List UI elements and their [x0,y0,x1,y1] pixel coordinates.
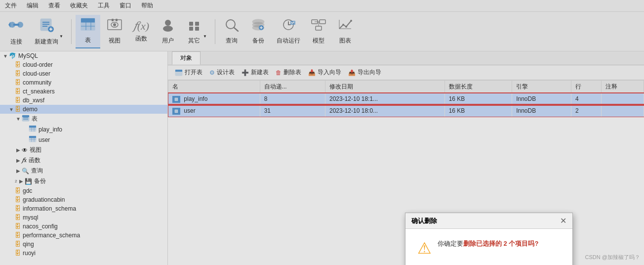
dialog-title-text: 确认删除 [411,217,437,225]
dialog-close-button[interactable]: ✕ [560,216,566,225]
dialog-message: 你确定要删除已选择的 2 个项目吗? [438,239,538,249]
watermark: CSDN @加辣椒了吗？ [585,254,640,261]
confirm-delete-dialog: 确认删除 ✕ ⚠ 你确定要删除已选择的 2 个项目吗? 删除 取消 [405,213,573,265]
dialog-title-bar: 确认删除 ✕ [405,213,572,229]
warning-icon: ⚠ [417,239,432,258]
dialog-body: ⚠ 你确定要删除已选择的 2 个项目吗? [405,229,572,265]
